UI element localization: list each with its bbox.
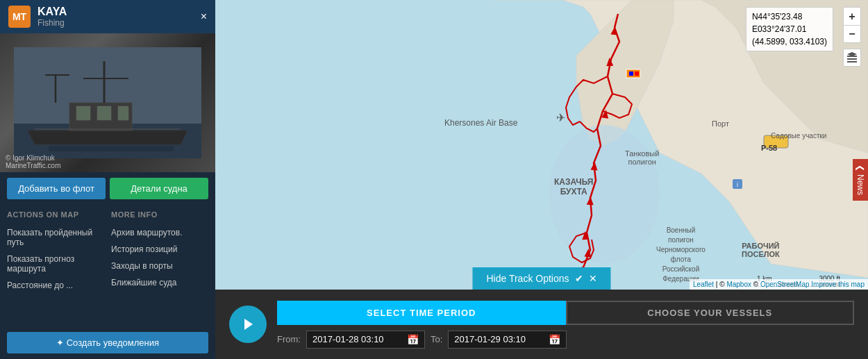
svg-rect-33: [847, 61, 857, 62]
coords-lon: E033°24'37.01: [752, 23, 827, 35]
vessel-name: KAYA: [37, 6, 201, 18]
image-credit: © Igor Klimchuk MarineTraffic.com: [6, 154, 60, 169]
actions-on-map-col: ACTIONS ON MAP Показать пройденный путь …: [7, 210, 104, 321]
vessel-photo: © Igor Klimchuk MarineTraffic.com: [0, 33, 215, 172]
choose-vessels-tab[interactable]: CHOOSE YOUR VESSELS: [566, 301, 855, 325]
select-time-period-tab[interactable]: SELECT TIME PERIOD: [277, 301, 566, 325]
layers-icon: [846, 52, 858, 63]
zoom-controls: + −: [843, 7, 861, 43]
leaflet-link[interactable]: Leaflet: [693, 281, 714, 288]
from-label: From:: [277, 334, 301, 344]
coordinates-display: N44°35'23.48 E033°24'37.01 (44.5899, 033…: [746, 7, 833, 51]
sidebar-item-history[interactable]: История позиций: [111, 241, 208, 258]
vessel-info: KAYA Fishing: [37, 6, 201, 28]
from-date-input-wrap: 📅: [306, 331, 425, 349]
sidebar-item-distance[interactable]: Расстояние до ...: [7, 277, 104, 294]
action-buttons: Добавить во флот Детали судна: [0, 172, 215, 205]
to-date-input[interactable]: [454, 334, 544, 344]
news-label: News: [856, 174, 865, 194]
svg-rect-4: [76, 106, 90, 120]
to-date-input-wrap: 📅: [448, 331, 567, 349]
close-button[interactable]: ×: [201, 10, 207, 23]
track-options-panel: SELECT TIME PERIOD CHOOSE YOUR VESSELS F…: [215, 290, 868, 359]
vessel-details-button[interactable]: Детали судна: [110, 178, 208, 199]
track-options-right: SELECT TIME PERIOD CHOOSE YOUR VESSELS F…: [277, 301, 854, 349]
play-icon: [240, 317, 256, 332]
from-calendar-icon[interactable]: 📅: [407, 334, 419, 345]
actions-on-map-title: ACTIONS ON MAP: [7, 210, 104, 219]
sidebar-header: MT KAYA Fishing ×: [0, 0, 215, 33]
svg-rect-12: [49, 146, 174, 151]
map-attribution: Leaflet | © Mapbox © OpenStreetMap Impro…: [690, 279, 868, 290]
coords-lat: N44°35'23.48: [752, 10, 827, 23]
svg-point-16: [549, 125, 660, 264]
mapbox-link[interactable]: Mapbox: [726, 281, 751, 288]
svg-rect-30: [635, 72, 639, 76]
svg-rect-6: [118, 106, 128, 120]
sidebar-item-archive[interactable]: Архив маршрутов.: [111, 224, 208, 241]
sidebar-item-track[interactable]: Показать пройденный путь: [7, 224, 104, 251]
zoom-in-button[interactable]: +: [843, 7, 861, 25]
sidebar-item-forecast[interactable]: Показать прогноз маршрута: [7, 251, 104, 277]
create-notification-button[interactable]: ✦ Создать уведомления: [7, 332, 208, 353]
more-info-col: MORE INFO Архив маршрутов. История позиц…: [111, 210, 208, 321]
svg-text:✈: ✈: [556, 112, 565, 124]
track-tab-row: SELECT TIME PERIOD CHOOSE YOUR VESSELS: [277, 301, 854, 325]
notification-wrap: ✦ Создать уведомления: [0, 326, 215, 359]
more-info-title: MORE INFO: [111, 210, 208, 219]
osm-link[interactable]: OpenStreetMap: [760, 281, 810, 288]
from-date-input[interactable]: [312, 334, 403, 344]
zoom-out-button[interactable]: −: [843, 25, 861, 43]
vessel-image: © Igor Klimchuk MarineTraffic.com: [0, 33, 215, 172]
hide-track-close-icon[interactable]: ✕: [589, 273, 597, 284]
add-to-fleet-button[interactable]: Добавить во флот: [7, 178, 106, 199]
coords-decimal: (44.5899, 033.4103): [752, 35, 827, 48]
news-chevron-icon: ❮: [856, 164, 865, 171]
to-calendar-icon[interactable]: 📅: [549, 334, 560, 345]
date-range-row: From: 📅 To: 📅: [277, 331, 854, 349]
svg-text:i: i: [737, 181, 738, 188]
hide-track-options-button[interactable]: Hide Track Options ✔ ✕: [472, 267, 610, 290]
svg-rect-32: [847, 58, 857, 60]
svg-rect-29: [629, 72, 633, 76]
improve-link[interactable]: Improve this map: [811, 281, 865, 288]
svg-marker-34: [244, 319, 253, 330]
vessel-type: Fishing: [37, 18, 201, 28]
sidebar-item-nearby[interactable]: Ближайшие суда: [111, 274, 208, 291]
sidebar: MT KAYA Fishing ×: [0, 0, 215, 359]
svg-rect-17: [764, 135, 788, 148]
map-container[interactable]: ✈ i: [215, 0, 868, 359]
news-tab[interactable]: ❮ News: [853, 158, 868, 200]
logo: MT: [8, 6, 31, 28]
sidebar-item-ports[interactable]: Заходы в порты: [111, 258, 208, 274]
svg-marker-2: [28, 131, 187, 144]
svg-rect-5: [97, 106, 111, 120]
map-layers-button[interactable]: [843, 49, 861, 67]
hide-track-label: Hide Track Options: [486, 273, 569, 284]
play-button[interactable]: [229, 306, 267, 343]
to-label: To:: [431, 334, 442, 344]
info-section: ACTIONS ON MAP Показать пройденный путь …: [0, 205, 215, 326]
hide-track-check-icon: ✔: [575, 273, 583, 284]
